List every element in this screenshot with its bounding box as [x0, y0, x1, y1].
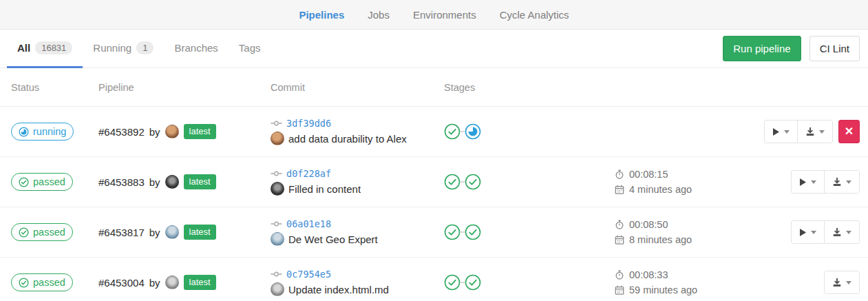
commit-message-link[interactable]: Filled in content	[288, 183, 361, 195]
tab-running-count-badge: 1	[136, 41, 154, 55]
run-pipeline-button[interactable]: Run pipeline	[723, 36, 801, 61]
nav-item-environments[interactable]: Environments	[413, 9, 476, 21]
stage-status-icon-passed[interactable]	[465, 274, 481, 291]
stage-status-icon-passed[interactable]	[444, 274, 461, 291]
user-avatar[interactable]	[165, 225, 179, 239]
table-header-row: Status Pipeline Commit Stages	[0, 68, 868, 107]
commit-sha-link[interactable]: d0f228af	[286, 168, 331, 179]
user-avatar[interactable]	[165, 276, 179, 289]
latest-tag-badge: latest	[184, 225, 216, 240]
latest-tag-badge: latest	[184, 275, 216, 290]
pipeline-actions-group	[764, 120, 833, 143]
pipeline-id-link[interactable]: #6453817	[98, 227, 145, 238]
close-icon: ✕	[845, 126, 854, 137]
user-avatar[interactable]	[165, 175, 179, 189]
stage-status-icon-passed[interactable]	[444, 174, 461, 190]
commit-sha-link[interactable]: 0c7954e5	[286, 269, 331, 280]
commit-icon	[271, 170, 282, 177]
commit-author-avatar[interactable]	[271, 182, 284, 196]
pipeline-actions-group	[791, 220, 860, 244]
timer-icon	[615, 169, 624, 179]
download-icon	[805, 127, 815, 136]
tab-running[interactable]: Running 1	[83, 30, 164, 68]
tab-all[interactable]: All 16831	[7, 30, 83, 68]
manual-actions-dropdown-button[interactable]	[765, 121, 797, 143]
tab-branches[interactable]: Branches	[164, 30, 228, 68]
stage-status-icon-passed[interactable]	[444, 123, 461, 140]
by-label: by	[149, 126, 160, 138]
stage-status-icon-passed[interactable]	[465, 174, 481, 190]
header-pipeline: Pipeline	[98, 82, 271, 93]
pipeline-id-link[interactable]: #6453004	[98, 277, 145, 289]
ci-lint-button[interactable]: CI Lint	[809, 36, 860, 61]
header-status: Status	[11, 82, 98, 93]
artifacts-dropdown-button[interactable]	[797, 121, 832, 143]
play-icon	[799, 228, 807, 237]
download-icon	[832, 177, 842, 187]
project-nav: Pipelines Jobs Environments Cycle Analyt…	[0, 0, 868, 30]
status-label: passed	[33, 227, 65, 238]
manual-actions-dropdown-button[interactable]	[792, 221, 824, 243]
nav-item-jobs[interactable]: Jobs	[368, 9, 390, 21]
commit-author-avatar[interactable]	[271, 282, 284, 296]
chevron-down-icon	[846, 281, 851, 284]
tab-all-label: All	[17, 42, 30, 54]
status-badge-passed[interactable]: passed	[11, 223, 73, 241]
download-icon	[832, 278, 842, 287]
chevron-down-icon	[819, 130, 825, 134]
timer-icon	[615, 270, 624, 280]
running-status-icon	[19, 127, 29, 137]
commit-author-avatar[interactable]	[271, 132, 284, 145]
user-avatar[interactable]	[165, 125, 179, 138]
chevron-down-icon	[846, 180, 851, 184]
by-label: by	[149, 277, 160, 289]
chevron-down-icon	[811, 231, 816, 234]
tab-tags[interactable]: Tags	[229, 30, 271, 68]
pipeline-id-link[interactable]: #6453892	[98, 126, 145, 138]
status-label: running	[33, 126, 66, 137]
stage-status-icon-passed[interactable]	[444, 224, 461, 240]
pipeline-finished-ago: 8 minutes ago	[629, 234, 692, 245]
download-icon	[832, 227, 842, 237]
calendar-icon	[615, 285, 624, 295]
commit-message-link[interactable]: add data durability to Alex	[288, 133, 407, 145]
commit-sha-link[interactable]: 3df39dd6	[286, 118, 331, 129]
status-badge-passed[interactable]: passed	[11, 173, 73, 191]
chevron-down-icon	[811, 180, 816, 184]
artifacts-dropdown-button[interactable]	[824, 221, 859, 243]
by-label: by	[149, 176, 160, 188]
passed-status-icon	[19, 177, 29, 187]
pipelines-tabs-bar: All 16831 Running 1 Branches Tags Run pi…	[0, 30, 868, 68]
nav-item-cycle-analytics[interactable]: Cycle Analytics	[500, 9, 569, 21]
pipeline-row: passed #6453004 by latest 0c7954e5 Updat…	[0, 258, 868, 301]
stage-status-icon-running[interactable]	[465, 123, 481, 140]
nav-item-pipelines[interactable]: Pipelines	[299, 9, 344, 21]
latest-tag-badge: latest	[184, 124, 216, 139]
commit-message-link[interactable]: De Wet Geo Expert	[288, 233, 378, 245]
chevron-down-icon	[784, 130, 790, 134]
cancel-pipeline-button[interactable]: ✕	[838, 120, 860, 143]
latest-tag-badge: latest	[184, 174, 216, 189]
status-badge-passed[interactable]: passed	[11, 273, 73, 291]
timer-icon	[615, 220, 624, 229]
pipeline-row: passed #6453817 by latest 06a01e18 De We…	[0, 207, 868, 258]
status-badge-running[interactable]: running	[11, 123, 74, 141]
manual-actions-dropdown-button[interactable]	[792, 171, 824, 193]
commit-icon	[271, 220, 282, 227]
pipeline-duration: 00:08:33	[629, 269, 668, 280]
pipeline-row: passed #6453883 by latest d0f228af Fille…	[0, 157, 868, 207]
commit-sha-link[interactable]: 06a01e18	[286, 218, 331, 229]
play-icon	[799, 178, 807, 187]
calendar-icon	[615, 185, 624, 194]
status-label: passed	[33, 277, 65, 288]
pipeline-actions-group	[824, 271, 860, 294]
commit-message-link[interactable]: Update index.html.md	[288, 284, 389, 295]
pipeline-id-link[interactable]: #6453883	[98, 176, 145, 188]
artifacts-dropdown-button[interactable]	[825, 271, 859, 293]
pipeline-row: running #6453892 by latest 3df39dd6 add …	[0, 107, 868, 157]
commit-author-avatar[interactable]	[271, 232, 284, 246]
tab-branches-label: Branches	[174, 42, 218, 54]
stage-status-icon-passed[interactable]	[465, 224, 481, 240]
tab-running-label: Running	[93, 42, 131, 54]
artifacts-dropdown-button[interactable]	[824, 171, 859, 193]
